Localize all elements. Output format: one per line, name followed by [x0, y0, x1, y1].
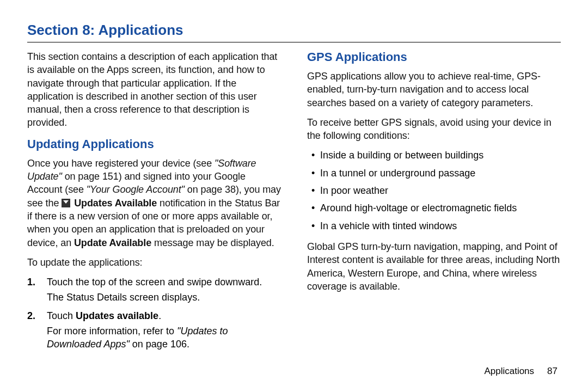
gps-para-3: Global GPS turn-by-turn navigation, mapp… — [307, 240, 561, 293]
update-available-label: Update Available — [74, 237, 151, 248]
step-2: 2. Touch Updates available. For more inf… — [42, 309, 281, 351]
gps-para-2: To receive better GPS signals, avoid usi… — [307, 116, 561, 143]
text: Touch — [47, 310, 76, 321]
page-number: 87 — [547, 366, 558, 376]
list-item: In poor weather — [311, 184, 561, 197]
updating-apps-heading: Updating Applications — [27, 137, 281, 151]
text: Once you have registered your device (se… — [27, 158, 215, 169]
text: on page 106. — [130, 339, 189, 350]
download-icon — [62, 199, 70, 207]
step-subtext: The Status Details screen displays. — [47, 291, 281, 304]
step-1: 1. Touch the top of the screen and swipe… — [42, 275, 281, 304]
updates-available-label: Updates Available — [74, 198, 157, 209]
to-update-label: To update the applications: — [27, 256, 281, 269]
list-item: Inside a building or between buildings — [311, 149, 561, 162]
section-title: Section 8: Applications — [27, 22, 561, 39]
list-item: In a tunnel or underground passage — [311, 167, 561, 180]
updates-available-bold: Updates available — [76, 310, 158, 321]
step-text: Touch Updates available. — [47, 310, 161, 321]
xref-google-account: "Your Google Account" — [87, 184, 185, 195]
step-number: 2. — [27, 309, 35, 322]
text: . — [158, 310, 161, 321]
gps-apps-heading: GPS Applications — [307, 50, 561, 64]
step-subtext: For more information, refer to "Updates … — [47, 324, 281, 351]
updating-apps-paragraph: Once you have registered your device (se… — [27, 157, 281, 249]
list-item: In a vehicle with tinted windows — [311, 219, 561, 232]
steps-list: 1. Touch the top of the screen and swipe… — [42, 275, 281, 351]
page-footer: Applications87 — [484, 366, 558, 377]
two-column-layout: This section contains a description of e… — [27, 50, 561, 357]
text: For more information, refer to — [47, 326, 177, 336]
manual-page: Section 8: Applications This section con… — [0, 0, 588, 373]
gps-para-1: GPS applications allow you to achieve re… — [307, 70, 561, 109]
intro-paragraph: This section contains a description of e… — [27, 50, 281, 130]
step-number: 1. — [27, 275, 35, 289]
right-column: GPS Applications GPS applications allow … — [307, 50, 561, 357]
list-item: Around high-voltage or electromagnetic f… — [311, 201, 561, 215]
text: message may be displayed. — [151, 237, 274, 248]
step-text: Touch the top of the screen and swipe do… — [47, 277, 262, 287]
left-column: This section contains a description of e… — [27, 50, 281, 357]
divider — [27, 42, 561, 42]
gps-conditions-list: Inside a building or between buildings I… — [311, 149, 561, 232]
footer-section-label: Applications — [484, 366, 534, 376]
